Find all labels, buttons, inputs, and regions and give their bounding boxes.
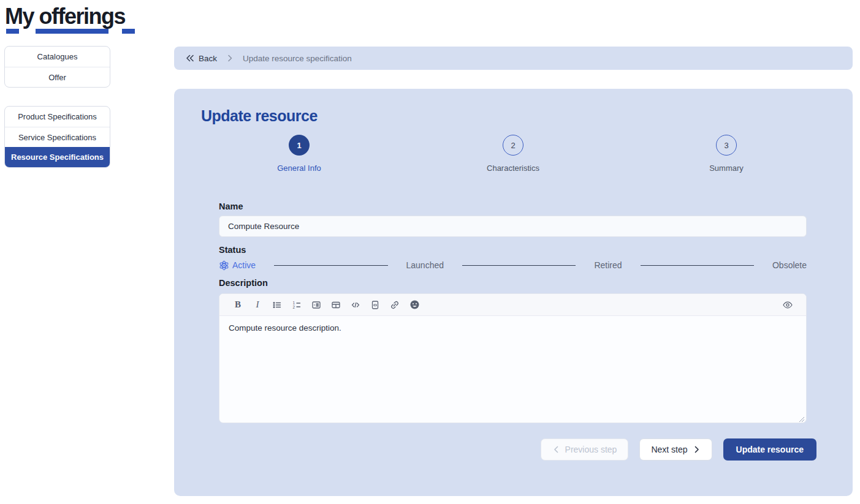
previous-step-button[interactable]: Previous step bbox=[541, 438, 629, 461]
chevron-right-icon bbox=[693, 445, 701, 454]
status-connector-line bbox=[462, 265, 576, 266]
description-textarea[interactable]: Compute resource description. bbox=[219, 316, 806, 423]
stepper-step-summary: 3 Summary bbox=[677, 135, 775, 173]
step-label-1: General Info bbox=[277, 164, 321, 173]
back-button[interactable]: Back bbox=[185, 54, 217, 63]
preview-eye-icon[interactable] bbox=[778, 296, 797, 314]
status-option-retired[interactable]: Retired bbox=[594, 260, 622, 270]
bold-icon[interactable]: B bbox=[228, 296, 248, 314]
sidebar-item-catalogues[interactable]: Catalogues bbox=[5, 47, 110, 67]
logo-underline-bar bbox=[36, 29, 108, 34]
name-label: Name bbox=[219, 201, 243, 211]
link-icon[interactable] bbox=[385, 296, 405, 314]
status-option-obsolete[interactable]: Obsolete bbox=[772, 260, 807, 270]
status-option-label: Launched bbox=[406, 260, 444, 270]
wizard-actions: Previous step Next step Update resource bbox=[541, 438, 816, 461]
stepper-step-general-info: 1 General Info bbox=[250, 135, 348, 173]
chevron-right-icon bbox=[226, 54, 234, 62]
page-title: Update resource bbox=[201, 107, 318, 125]
code-icon[interactable] bbox=[346, 296, 365, 314]
logo-underline-bar bbox=[6, 29, 19, 34]
app-logo-text: My offerings bbox=[5, 4, 146, 29]
name-input[interactable] bbox=[219, 216, 807, 237]
table-icon[interactable] bbox=[326, 296, 346, 314]
sidebar-group-specifications: Product Specifications Service Specifica… bbox=[4, 106, 110, 168]
svg-text:1: 1 bbox=[293, 301, 295, 305]
chevron-left-icon bbox=[552, 445, 560, 454]
sidebar-item-service-specifications[interactable]: Service Specifications bbox=[5, 127, 110, 147]
atom-icon bbox=[219, 260, 229, 271]
status-option-label: Retired bbox=[594, 260, 622, 270]
double-chevron-left-icon bbox=[185, 54, 195, 62]
bullet-list-icon[interactable] bbox=[267, 296, 287, 314]
description-rich-text-editor: B I 1 2 bbox=[219, 293, 807, 423]
sidebar-item-product-specifications[interactable]: Product Specifications bbox=[5, 107, 110, 127]
description-label: Description bbox=[219, 278, 268, 288]
stepper-step-characteristics: 2 Characteristics bbox=[464, 135, 562, 173]
step-label-3: Summary bbox=[709, 164, 744, 173]
description-text: Compute resource description. bbox=[229, 323, 341, 333]
step-circle-2[interactable]: 2 bbox=[503, 135, 523, 156]
editor-toolbar: B I 1 2 bbox=[219, 294, 806, 316]
status-option-active[interactable]: Active bbox=[219, 260, 256, 271]
numbered-list-icon[interactable]: 1 2 bbox=[287, 296, 306, 314]
sidebar: Catalogues Offer Product Specifications … bbox=[4, 46, 110, 168]
next-step-label: Next step bbox=[651, 445, 687, 454]
step-label-2: Characteristics bbox=[487, 164, 539, 173]
previous-step-label: Previous step bbox=[565, 445, 617, 454]
resize-handle[interactable] bbox=[798, 416, 804, 422]
status-option-label: Active bbox=[232, 260, 256, 270]
sidebar-item-resource-specifications[interactable]: Resource Specifications bbox=[5, 147, 110, 167]
logo-underline-bar bbox=[122, 29, 135, 34]
sidebar-group-catalogues: Catalogues Offer bbox=[4, 46, 110, 88]
back-label: Back bbox=[199, 54, 217, 63]
emoji-icon[interactable] bbox=[405, 296, 424, 314]
status-label: Status bbox=[219, 245, 246, 255]
update-resource-label: Update resource bbox=[736, 445, 804, 454]
breadcrumb: Back Update resource specification bbox=[174, 47, 853, 70]
svg-text:2: 2 bbox=[293, 305, 295, 309]
italic-icon[interactable]: I bbox=[248, 296, 267, 314]
update-resource-card: Update resource 1 General Info 2 Charact… bbox=[174, 89, 853, 496]
status-connector-line bbox=[274, 265, 387, 266]
step-circle-3[interactable]: 3 bbox=[716, 135, 737, 156]
indent-icon[interactable] bbox=[306, 296, 326, 314]
breadcrumb-current: Update resource specification bbox=[243, 54, 352, 63]
update-resource-button[interactable]: Update resource bbox=[723, 438, 816, 461]
next-step-button[interactable]: Next step bbox=[639, 438, 712, 461]
status-option-launched[interactable]: Launched bbox=[406, 260, 444, 270]
status-connector-line bbox=[641, 265, 754, 266]
status-selector: Active Launched Retired Obsolete bbox=[219, 258, 807, 273]
status-option-label: Obsolete bbox=[772, 260, 807, 270]
code-block-icon[interactable] bbox=[365, 296, 385, 314]
sidebar-item-offer[interactable]: Offer bbox=[5, 67, 110, 87]
step-circle-1[interactable]: 1 bbox=[289, 135, 310, 156]
app-logo: My offerings bbox=[5, 4, 146, 29]
